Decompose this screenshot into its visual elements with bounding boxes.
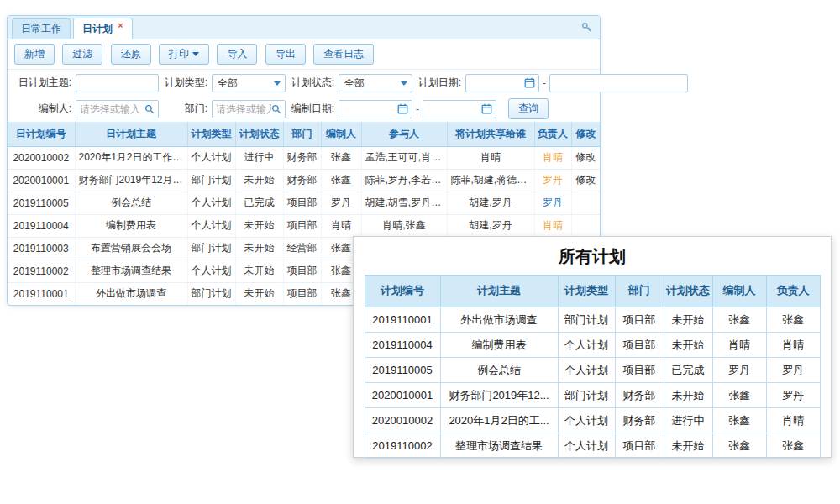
table-header-row: 计划编号计划主题计划类型部门计划状态编制人负责人 bbox=[365, 276, 820, 307]
search-icon[interactable] bbox=[271, 104, 281, 114]
column-header: 负责人 bbox=[766, 276, 820, 307]
plan-type-cell: 个人计划 bbox=[187, 214, 235, 237]
plan-subject-link[interactable]: 2020年1月2日的工作日... bbox=[75, 146, 187, 169]
all-plans-dept-cell: 项目部 bbox=[615, 307, 664, 333]
compile-date-to-field[interactable] bbox=[423, 100, 496, 118]
all-plans-subject-cell: 外出做市场调查 bbox=[440, 307, 558, 333]
plan-id-link[interactable]: 2019110004 bbox=[8, 214, 75, 237]
column-header: 计划类型 bbox=[558, 276, 615, 307]
author-filter-input[interactable] bbox=[80, 103, 144, 115]
restore-button[interactable]: 还原 bbox=[111, 44, 151, 65]
search-icon[interactable] bbox=[144, 104, 155, 114]
plan-date-to-field[interactable] bbox=[549, 74, 688, 92]
query-button[interactable]: 查询 bbox=[508, 98, 549, 119]
calendar-icon[interactable] bbox=[524, 77, 535, 88]
plan-date-filter-label: 计划日期: bbox=[412, 76, 461, 90]
all-plans-id-cell: 2019110001 bbox=[365, 307, 440, 333]
plan-owner-link[interactable]: 肖晴 bbox=[534, 214, 571, 237]
daily-plan-row: 2019110005例会总结个人计划已完成项目部罗丹胡建,胡雪,罗丹,任晓...… bbox=[8, 192, 600, 214]
all-plans-type-cell: 个人计划 bbox=[558, 433, 615, 459]
all-plans-row: 2019110004编制费用表个人计划项目部未开始肖晴肖晴 bbox=[365, 333, 820, 358]
plan-id-link[interactable]: 2019110005 bbox=[8, 192, 75, 214]
all-plans-owner-cell: 罗丹 bbox=[766, 383, 820, 408]
all-plans-owner-cell: 张鑫 bbox=[766, 307, 820, 333]
plan-date-from-field[interactable] bbox=[465, 74, 539, 92]
tab-daily-work[interactable]: 日常工作 bbox=[12, 18, 71, 39]
column-header: 负责人 bbox=[534, 122, 571, 146]
calendar-icon[interactable] bbox=[481, 103, 492, 114]
plan-subject-link[interactable]: 外出做市场调查 bbox=[75, 282, 187, 305]
view-log-button[interactable]: 查看日志 bbox=[313, 44, 374, 65]
plan-owner-link[interactable]: 肖晴 bbox=[534, 146, 571, 169]
type-filter-label: 计划类型: bbox=[159, 76, 207, 90]
all-plans-type-cell: 个人计划 bbox=[558, 408, 615, 433]
plan-dept-cell: 项目部 bbox=[283, 282, 321, 305]
plan-subject-link[interactable]: 财务部门2019年12月的... bbox=[75, 169, 187, 192]
compile-date-to-input[interactable] bbox=[427, 103, 481, 115]
tab-daily-plan[interactable]: 日计划 × bbox=[73, 18, 133, 39]
subject-filter-input[interactable] bbox=[76, 74, 159, 92]
plan-status-cell: 未开始 bbox=[235, 237, 283, 260]
plan-type-cell: 个人计划 bbox=[187, 146, 235, 169]
tab-label: 日计划 bbox=[82, 23, 113, 34]
type-filter-select[interactable]: 全部 bbox=[212, 74, 286, 92]
all-plans-row: 2019110001外出做市场调查部门计划项目部未开始张鑫张鑫 bbox=[365, 307, 820, 333]
plan-id-link[interactable]: 2019110003 bbox=[8, 237, 75, 260]
plan-type-cell: 部门计划 bbox=[187, 169, 235, 192]
dept-filter-label: 部门: bbox=[159, 102, 207, 116]
plan-participants-cell: 胡建,胡雪,罗丹,任晓... bbox=[361, 192, 447, 214]
column-header: 将计划共享给谁 bbox=[447, 122, 534, 146]
status-filter-value: 全部 bbox=[344, 77, 365, 89]
plan-date-from-input[interactable] bbox=[470, 77, 524, 89]
tab-bar: 日常工作 日计划 × bbox=[8, 16, 600, 39]
plan-author-cell: 张鑫 bbox=[321, 169, 361, 192]
plan-date-to-input[interactable] bbox=[554, 77, 684, 89]
modify-link bbox=[571, 192, 600, 214]
all-plans-title: 所有计划 bbox=[354, 245, 831, 268]
plan-subject-link[interactable]: 整理市场调查结果 bbox=[75, 260, 187, 282]
all-plans-id-cell: 2020010002 bbox=[365, 408, 440, 433]
column-header: 计划编号 bbox=[365, 276, 440, 307]
import-button[interactable]: 导入 bbox=[217, 44, 257, 65]
dept-filter-field[interactable] bbox=[212, 100, 286, 118]
date-separator: - bbox=[543, 77, 546, 89]
filter-button[interactable]: 过滤 bbox=[62, 44, 102, 65]
plan-share-cell: 肖晴 bbox=[447, 146, 534, 169]
plan-id-link[interactable]: 2019110002 bbox=[8, 260, 75, 282]
all-plans-id-cell: 2019110002 bbox=[365, 433, 440, 459]
plan-subject-link[interactable]: 布置营销展会会场 bbox=[75, 237, 187, 260]
close-tab-icon[interactable]: × bbox=[118, 20, 123, 30]
modify-link[interactable]: 修改 bbox=[571, 169, 600, 192]
all-plans-status-cell: 未开始 bbox=[664, 433, 712, 459]
tab-label: 日常工作 bbox=[21, 23, 61, 34]
plan-author-cell: 张鑫 bbox=[321, 146, 361, 169]
all-plans-id-cell: 2019110005 bbox=[365, 358, 440, 383]
plan-subject-link[interactable]: 编制费用表 bbox=[75, 214, 187, 237]
dept-filter-input[interactable] bbox=[216, 103, 271, 115]
plan-dept-cell: 项目部 bbox=[283, 214, 321, 237]
compile-date-from-input[interactable] bbox=[343, 103, 397, 115]
plan-id-link[interactable]: 2020010001 bbox=[8, 169, 75, 192]
all-plans-owner-cell: 肖晴 bbox=[766, 333, 820, 358]
plan-owner-link[interactable]: 罗丹 bbox=[534, 169, 571, 192]
export-button[interactable]: 导出 bbox=[265, 44, 306, 65]
author-filter-field[interactable] bbox=[76, 100, 159, 118]
compile-date-from-field[interactable] bbox=[339, 100, 412, 118]
plan-id-link[interactable]: 2019110001 bbox=[8, 282, 75, 305]
modify-link[interactable]: 修改 bbox=[571, 146, 600, 169]
plan-status-cell: 未开始 bbox=[235, 214, 283, 237]
add-button[interactable]: 新增 bbox=[14, 44, 55, 65]
plan-id-link[interactable]: 2020010002 bbox=[8, 146, 75, 169]
chevron-down-icon bbox=[401, 81, 407, 86]
all-plans-type-cell: 个人计划 bbox=[558, 333, 615, 358]
plan-status-cell: 未开始 bbox=[235, 169, 283, 192]
print-button[interactable]: 打印 bbox=[159, 44, 209, 65]
plan-owner-link[interactable]: 罗丹 bbox=[534, 192, 571, 214]
key-icon[interactable] bbox=[581, 22, 593, 36]
column-header: 编制人 bbox=[712, 276, 766, 307]
column-header: 计划状态 bbox=[664, 276, 712, 307]
calendar-icon[interactable] bbox=[397, 103, 408, 114]
all-plans-status-cell: 未开始 bbox=[664, 307, 712, 333]
plan-subject-link[interactable]: 例会总结 bbox=[75, 192, 187, 214]
status-filter-select[interactable]: 全部 bbox=[339, 74, 412, 92]
